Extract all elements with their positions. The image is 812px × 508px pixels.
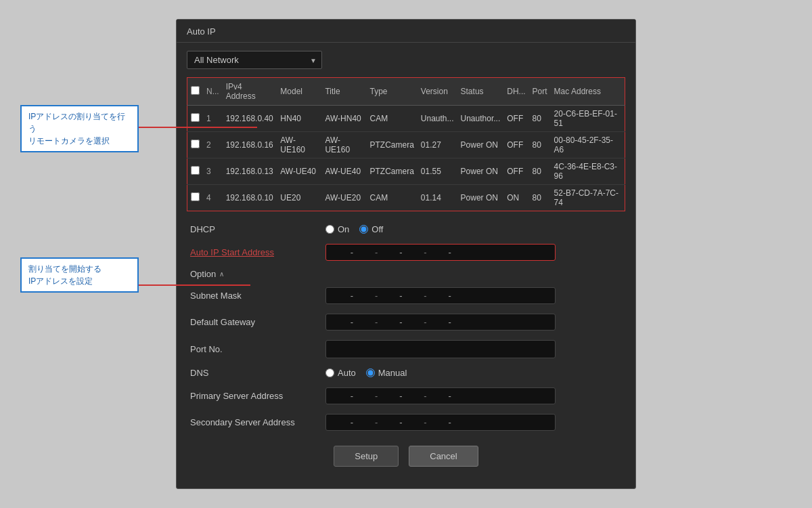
row-status: Power ON — [457, 185, 504, 211]
secondary-seg3[interactable] — [430, 417, 470, 427]
secondary-seg1[interactable] — [332, 417, 372, 427]
button-row: Setup Cancel — [187, 446, 625, 467]
row-port: 80 — [529, 185, 551, 211]
subnet-mask-row: Subnet Mask - - — [190, 282, 622, 309]
row-model: AW-UE40 — [277, 158, 321, 185]
auto-ip-start-field[interactable]: - - — [325, 244, 556, 261]
table-row[interactable]: 3 192.168.0.13 AW-UE40 AW-UE40 PTZCamera… — [187, 158, 625, 185]
subnet-seg3[interactable] — [430, 291, 470, 301]
dns-auto-radio[interactable] — [325, 368, 334, 377]
table-row[interactable]: 4 192.168.0.10 UE20 AW-UE20 CAM 01.14 Po… — [187, 185, 625, 211]
row-version: 01.55 — [418, 158, 457, 185]
dns-manual-option[interactable]: Manual — [366, 368, 407, 378]
network-dropdown-select[interactable]: All Network Network 1 Network 2 — [187, 51, 322, 69]
row-checkbox-4[interactable] — [191, 192, 200, 201]
row-checkbox-3[interactable] — [191, 166, 200, 175]
default-gateway-label: Default Gateway — [190, 317, 325, 327]
dns-manual-radio[interactable] — [366, 368, 375, 377]
row-title: AW-HN40 — [321, 106, 366, 132]
row-ip: 192.168.0.13 — [223, 158, 277, 185]
row-checkbox-cell[interactable] — [187, 185, 204, 211]
select-all-checkbox[interactable] — [191, 86, 200, 95]
secondary-dot-2: - — [424, 417, 426, 427]
row-checkbox-2[interactable] — [191, 140, 200, 148]
gateway-dot-1: - — [375, 317, 378, 327]
row-status: Power ON — [457, 132, 504, 158]
chevron-up-icon: ∧ — [219, 270, 224, 278]
auto-ip-seg2[interactable] — [380, 247, 421, 257]
dns-radio-group: Auto Manual — [325, 368, 407, 378]
subnet-dot-1: - — [375, 291, 378, 301]
secondary-seg2[interactable] — [380, 417, 421, 427]
secondary-dot-1: - — [375, 417, 378, 427]
row-version: Unauth... — [418, 106, 457, 132]
primary-seg1[interactable] — [332, 391, 372, 401]
row-port: 80 — [529, 106, 551, 132]
port-no-label: Port No. — [190, 344, 325, 354]
dhcp-off-label: Off — [371, 224, 383, 234]
row-dh: OFF — [503, 106, 528, 132]
secondary-server-field[interactable]: - - — [325, 414, 556, 431]
dhcp-off-option[interactable]: Off — [359, 224, 383, 234]
option-header[interactable]: Option ∧ — [190, 266, 622, 282]
network-dropdown-wrapper[interactable]: All Network Network 1 Network 2 ▼ — [187, 51, 322, 69]
dhcp-off-radio[interactable] — [359, 225, 368, 234]
subnet-seg2[interactable] — [380, 291, 421, 301]
default-gateway-field[interactable]: - - — [325, 314, 556, 331]
row-mac: 52-B7-CD-7A-7C-74 — [551, 185, 625, 211]
subnet-dot-2: - — [424, 291, 426, 301]
row-ip: 192.168.0.10 — [223, 185, 277, 211]
table-row[interactable]: 2 192.168.0.16 AW-UE160 AW-UE160 PTZCame… — [187, 132, 625, 158]
th-ipv4: IPv4 Address — [223, 78, 277, 106]
setup-button[interactable]: Setup — [334, 446, 399, 467]
row-dh: ON — [503, 185, 528, 211]
auto-ip-seg1[interactable] — [332, 247, 372, 257]
port-no-field[interactable] — [325, 340, 556, 358]
row-title: AW-UE160 — [321, 132, 366, 158]
option-label: Option — [190, 269, 216, 279]
primary-server-row: Primary Server Address - - — [190, 383, 622, 409]
auto-ip-start-label: Auto IP Start Address — [190, 247, 325, 257]
row-checkbox-cell[interactable] — [187, 158, 204, 185]
primary-seg2[interactable] — [380, 391, 421, 401]
row-ip: 192.168.0.16 — [223, 132, 277, 158]
dns-auto-option[interactable]: Auto — [325, 368, 356, 378]
annotation-top-text: IPアドレスの割り当てを行う リモートカメラを選択 — [28, 112, 125, 146]
row-type: PTZCamera — [366, 158, 417, 185]
th-version: Version — [418, 78, 457, 106]
cancel-button[interactable]: Cancel — [409, 446, 478, 467]
gateway-seg3[interactable] — [430, 317, 470, 327]
page-wrapper: IPアドレスの割り当てを行う リモートカメラを選択 割り当てを開始する IPアド… — [0, 0, 812, 508]
subnet-seg1[interactable] — [332, 291, 372, 301]
auto-ip-seg3[interactable] — [430, 247, 470, 257]
auto-ip-start-row: Auto IP Start Address - - — [190, 239, 622, 266]
table-body: 1 192.168.0.40 HN40 AW-HN40 CAM Unauth..… — [187, 106, 625, 211]
primary-dot-1: - — [375, 391, 378, 401]
row-checkbox-1[interactable] — [191, 113, 200, 122]
row-version: 01.14 — [418, 185, 457, 211]
row-type: CAM — [366, 185, 417, 211]
primary-server-field[interactable]: - - — [325, 387, 556, 404]
dhcp-on-option[interactable]: On — [325, 224, 349, 234]
row-status: Unauthor... — [457, 106, 504, 132]
dhcp-radio-group: On Off — [325, 224, 383, 234]
row-checkbox-cell[interactable] — [187, 132, 204, 158]
table-header-row: N... IPv4 Address Model Title Type Versi… — [187, 78, 625, 106]
ip-dot-1: - — [375, 247, 378, 257]
row-mac: 00-80-45-2F-35-A6 — [551, 132, 625, 158]
gateway-seg1[interactable] — [332, 317, 372, 327]
subnet-mask-field[interactable]: - - — [325, 287, 556, 304]
ip-dot-2: - — [424, 247, 426, 257]
row-type: PTZCamera — [366, 132, 417, 158]
settings-area: DHCP On Off Auto IP Start Addr — [187, 219, 625, 436]
dhcp-on-radio[interactable] — [325, 225, 334, 234]
row-title: AW-UE20 — [321, 185, 366, 211]
row-num: 3 — [203, 158, 223, 185]
gateway-seg2[interactable] — [380, 317, 421, 327]
row-status: Power ON — [457, 158, 504, 185]
primary-seg3[interactable] — [430, 391, 470, 401]
annotation-top-line — [139, 127, 257, 128]
annotation-top: IPアドレスの割り当てを行う リモートカメラを選択 — [20, 105, 139, 152]
dns-auto-label: Auto — [338, 368, 356, 378]
th-status: Status — [457, 78, 504, 106]
